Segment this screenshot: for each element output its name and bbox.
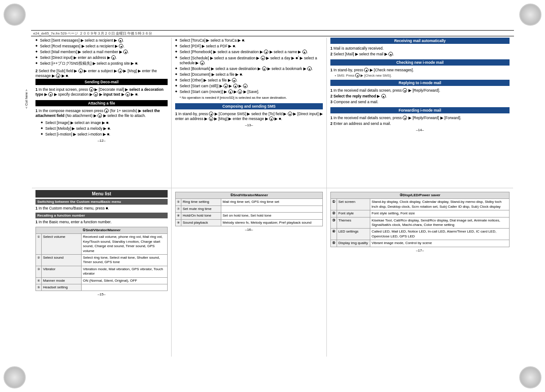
- table-header-row: ①Snd/Vibrator/Manner: [176, 192, 323, 199]
- row-label: Themes: [337, 217, 370, 229]
- reply-header: Replying to i-mode mail: [330, 80, 510, 86]
- page-num-15: –15–: [35, 292, 168, 296]
- reply-step1: 1 In the received mail details screen, p…: [330, 88, 510, 93]
- table-row: ② Font style Font style setting, Font si…: [331, 210, 510, 217]
- switch-header: Switching between the Custom menu/Basic …: [35, 199, 168, 205]
- table-row: ⑤ Headset setting: [36, 284, 168, 291]
- row-desc: Kisekae Tool, Call/Rcv display, Send/Rcv…: [370, 217, 510, 229]
- row-num: ⑤: [331, 240, 337, 247]
- page-num-17: –17–: [330, 248, 510, 252]
- table-row: ① Set screen Stand-by display, Clock dis…: [331, 199, 510, 210]
- disp-table: ②Disp/LED/Power saver ① Set screen Stand…: [330, 192, 510, 247]
- bullet-item: Select [Melody] ▶ select a melody ▶ ■.: [41, 126, 168, 132]
- bullet-item: Select [Rcvd messages] ▶ select a recipi…: [35, 43, 168, 49]
- bottom-right: ②Disp/LED/Power saver ① Set screen Stand…: [327, 188, 513, 357]
- bullet-item: Select [Start cam (movie)] ▶ ● ▶ ● ▶ [Sa…: [175, 89, 323, 95]
- page-num-14: –14–: [330, 128, 510, 132]
- table-row: ⑦ Set mute ring time: [176, 206, 323, 212]
- table-header-cell: ①Snd/Vibrator/Manner: [176, 192, 323, 199]
- bottom-mid: ①Snd/Vibrator/Manner ⑤ Ring time setting…: [172, 188, 327, 357]
- row-num: ①: [36, 234, 42, 255]
- row-label: Set screen: [337, 199, 370, 210]
- col-right-top: Receiving mail automatically 1 Mail is a…: [327, 38, 513, 188]
- row-desc: Stand-by display, Clock display, Calenda…: [370, 199, 510, 210]
- row-desc: Font style setting, Font size: [370, 210, 510, 217]
- bottom-left: Menu list Switching between the Custom m…: [32, 188, 172, 357]
- reply-step3: 3 Compose and send a mail.: [330, 99, 510, 105]
- row-desc: Set on hold tone, Set hold tone: [221, 213, 323, 219]
- deco-mail-header: Sending Deco-mail: [35, 79, 168, 85]
- sms-header: Composing and sending SMS: [175, 103, 323, 109]
- disp-table-header: ②Disp/LED/Power saver: [331, 192, 510, 199]
- sms-step1: 1 In stand-by, press ● ▶ [Compose SMS] ▶…: [175, 111, 323, 122]
- bullet-item: Select [i++ブログ/SNS投稿先] ▶ select a postin…: [35, 61, 168, 66]
- bullet-item: Select [PDF] ▶ select a PDF ▶ ■.: [175, 43, 323, 49]
- table-header-row: ①Snd/Vibrator/Manner: [36, 227, 168, 234]
- row-label: LED settings: [337, 229, 370, 240]
- row-desc: Received call volume, phone ring vol, Ma…: [82, 234, 168, 255]
- row-num: ③: [331, 217, 337, 229]
- row-num: ⑤: [36, 284, 42, 291]
- header-line: e24_dv65_7e.fm 529 ページ ２００９年３月２０日 金曜日 午後…: [31, 30, 514, 36]
- row-desc: Mail ring time set, GPS ring time set: [221, 199, 323, 206]
- bullet-item: Select [Mail members] ▶ select a mail me…: [35, 49, 168, 55]
- corner-decoration-tl: [4, 4, 26, 26]
- row-label: Font style: [337, 210, 370, 217]
- row-label: Sound playback: [181, 219, 221, 226]
- row-label: Select sound: [42, 255, 82, 266]
- row-num: ④: [36, 277, 42, 284]
- attach-step1: 1 In the compose message screen press ● …: [35, 108, 168, 119]
- bullet-item: Select [Bookmark] ▶ select a save destin…: [175, 66, 323, 72]
- mid-bullets: Select [ToruCa] ▶ select a ToruCa ▶ ■. S…: [175, 38, 323, 95]
- bullet-item: Select [Image] ▶ select an image ▶ ■.: [41, 120, 168, 126]
- left-bullets: Select [Sent messages] ▶ select a recipi…: [35, 38, 168, 66]
- recall-step1: 1 In the Basic menu, enter a function nu…: [35, 219, 168, 225]
- row-desc: [82, 284, 168, 291]
- bullet-item: Select [Direct input] ▶ enter an address…: [35, 55, 168, 61]
- row-label: Hold/On hold tone: [181, 213, 221, 219]
- row-label: Headset setting: [42, 284, 82, 291]
- receive-step1: 1 Mail is automatically received.: [330, 46, 510, 51]
- step2-section: 2 Select the [Sub] field ▶ ● ▶ enter a s…: [35, 68, 168, 79]
- bullet-item: Select [Other] ▶ select a file ▶ ●.: [175, 78, 323, 83]
- forward-step1: 1 In the received mail details screen, p…: [330, 115, 510, 121]
- row-desc: Vibrant image mode, Control by scene: [370, 240, 510, 247]
- row-num: ②: [331, 210, 337, 217]
- col-left-top: Select [Sent messages] ▶ select a recipi…: [32, 38, 172, 188]
- note-star: * No operation is needed if [microSD] is…: [175, 95, 323, 101]
- page-num-12: –12–: [35, 139, 168, 143]
- row-desc: Vibration mode, Mail vibration, GPS vibr…: [82, 266, 168, 277]
- row-num: ⑨: [176, 219, 181, 226]
- table-header-row: ②Disp/LED/Power saver: [331, 192, 510, 199]
- header-text: e24_dv65_7e.fm 529 ページ ２００９年３月２０日 金曜日 午後…: [33, 31, 152, 36]
- bullet-item: Select [Start cam (still)] ▶ ● ▶ ● ▶ ●.: [175, 83, 323, 89]
- bullet-item: Select [Phonebook] ▶ select a save desti…: [175, 49, 323, 55]
- top-section: Select [Sent messages] ▶ select a recipi…: [32, 38, 513, 188]
- row-label: Manner mode: [42, 277, 82, 284]
- table-row: ⑤ Ring time setting Mail ring time set, …: [176, 199, 323, 206]
- switch-step1: 1 In the Custom menu/Basic menu, press ■…: [35, 206, 168, 211]
- attach-file-header: Attaching a file: [35, 100, 168, 106]
- table-row: ② Select sound Select ring tone, Select …: [36, 255, 168, 266]
- corner-decoration-tr: [519, 4, 541, 26]
- bullet-item: Select [Schedule] ▶ select a save destin…: [175, 55, 323, 66]
- receive-auto-header: Receiving mail automatically: [330, 38, 510, 44]
- row-num: ③: [36, 266, 42, 277]
- reply-step2: 2 Select the reply method ▶ ●.: [330, 93, 510, 99]
- corner-decoration-bl: [4, 366, 26, 388]
- check-new-header: Checking new i-mode mail: [330, 59, 510, 66]
- check-step1: 1 In stand-by, press ● ▶ [Check new mess…: [330, 67, 510, 73]
- check-sub-note: • SMS: Press ● ▶ [Check new SMS].: [330, 73, 510, 78]
- table-row: ④ Manner mode ON (Normal, Silent, Origin…: [36, 277, 168, 284]
- table-row: ④ LED settings Called LED, Mail LED, Not…: [331, 229, 510, 240]
- bullet-item: Select [Document] ▶ select a file ▶ ■.: [175, 72, 323, 78]
- table-row: ① Select volume Received call volume, ph…: [36, 234, 168, 255]
- row-label: Select volume: [42, 234, 82, 255]
- menu-list-title: Menu list: [35, 190, 168, 198]
- row-desc: [221, 206, 323, 212]
- page-container: e24_dv65_7e.fm 529 ページ ２００９年３月２０日 金曜日 午後…: [0, 0, 545, 392]
- row-label: Ring time setting: [181, 199, 221, 206]
- forward-step2: 2 Enter an address and send a mail.: [330, 121, 510, 127]
- row-label: Display img quality: [337, 240, 370, 247]
- row-desc: Select ring tone, Select mail tone, Shut…: [82, 255, 168, 266]
